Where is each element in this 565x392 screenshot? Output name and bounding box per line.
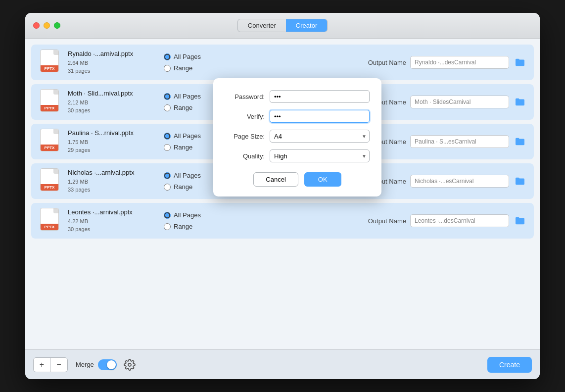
tab-creator[interactable]: Creator xyxy=(286,19,327,32)
content-area: PPTX Rynaldo ·...arnival.pptx 2.64 MB 31… xyxy=(25,39,540,349)
password-modal: Password: Verify: Page Size: A4 Letter L… xyxy=(213,78,381,196)
add-remove-group: + − xyxy=(33,357,68,372)
password-input[interactable] xyxy=(270,90,370,103)
cancel-button[interactable]: Cancel xyxy=(253,172,298,187)
title-bar: Converter Creator xyxy=(25,13,540,39)
toggle-knob xyxy=(107,360,116,369)
quality-label: Quality: xyxy=(225,152,265,160)
verify-label: Verify: xyxy=(225,113,265,120)
tab-group: Converter Creator xyxy=(237,19,328,32)
verify-input[interactable] xyxy=(270,110,370,123)
tab-converter[interactable]: Converter xyxy=(238,19,286,32)
merge-toggle[interactable] xyxy=(98,359,117,370)
page-size-row: Page Size: A4 Letter Legal A3 ▼ xyxy=(225,130,370,143)
page-size-wrapper: A4 Letter Legal A3 ▼ xyxy=(270,130,370,143)
ok-button[interactable]: OK xyxy=(304,172,341,187)
add-file-button[interactable]: + xyxy=(34,358,50,372)
bottom-bar: + − Merge Create xyxy=(25,349,540,379)
password-row: Password: xyxy=(225,90,370,103)
password-label: Password: xyxy=(225,93,265,100)
page-size-select[interactable]: A4 Letter Legal A3 xyxy=(270,130,370,143)
main-window: Converter Creator PPTX Rynaldo ·...arniv… xyxy=(25,13,540,379)
quality-wrapper: High Medium Low ▼ xyxy=(270,149,370,162)
maximize-button[interactable] xyxy=(54,22,60,29)
quality-select[interactable]: High Medium Low xyxy=(270,149,370,162)
minimize-button[interactable] xyxy=(44,22,50,29)
create-button[interactable]: Create xyxy=(487,357,532,373)
quality-row: Quality: High Medium Low ▼ xyxy=(225,149,370,162)
merge-label: Merge xyxy=(76,361,94,368)
settings-icon[interactable] xyxy=(124,359,136,371)
verify-row: Verify: xyxy=(225,110,370,123)
svg-point-0 xyxy=(128,363,131,366)
close-button[interactable] xyxy=(33,22,40,29)
remove-file-button[interactable]: − xyxy=(50,358,67,372)
merge-section: Merge xyxy=(76,359,136,371)
window-controls xyxy=(33,22,60,29)
page-size-label: Page Size: xyxy=(225,133,265,140)
modal-buttons: Cancel OK xyxy=(225,172,370,187)
modal-overlay: Password: Verify: Page Size: A4 Letter L… xyxy=(25,39,540,349)
